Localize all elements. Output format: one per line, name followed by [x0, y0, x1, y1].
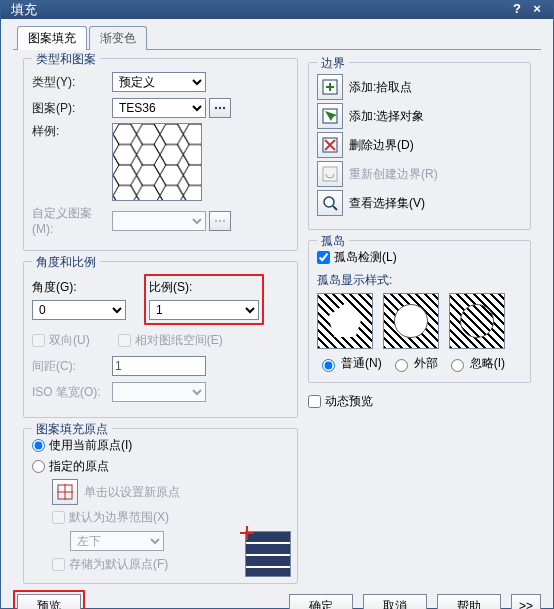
island-style-ignore-radio[interactable]: 忽略(I): [446, 355, 505, 372]
pattern-browse-button[interactable]: [209, 98, 231, 118]
crosshair-icon: [57, 484, 73, 500]
origin-marker-icon: [240, 526, 254, 540]
pattern-combo[interactable]: TES36: [112, 98, 206, 118]
tab-strip: 图案填充 渐变色: [1, 19, 553, 49]
add-select-object-label: 添加:选择对象: [349, 108, 522, 125]
dynamic-preview-checkbox[interactable]: 动态预览: [308, 393, 531, 410]
help-icon[interactable]: ?: [507, 1, 527, 19]
svg-point-1: [219, 107, 221, 109]
preview-highlight: 预览: [13, 590, 85, 609]
island-style-label: 孤岛显示样式:: [317, 272, 522, 289]
origin-preview-swatch: [245, 531, 291, 577]
group-boundary: 边界 添加:拾取点 添加:选择对象 删: [308, 62, 531, 230]
select-object-icon: [322, 108, 338, 124]
svg-point-6: [223, 219, 225, 221]
remove-boundary-icon: [322, 137, 338, 153]
group-angle-scale: 角度和比例 角度(G): 0 比例(S): 1: [23, 261, 298, 418]
legend-island: 孤岛: [317, 233, 349, 250]
ellipsis-icon: [214, 102, 226, 114]
scale-combo[interactable]: 1: [149, 300, 259, 320]
spacing-label: 间距(C):: [32, 358, 112, 375]
legend-boundary: 边界: [317, 55, 349, 72]
set-origin-button[interactable]: [52, 479, 78, 505]
island-style-thumbs: [317, 293, 522, 349]
group-type-pattern: 类型和图案 类型(Y): 预定义 图案(P): TES36: [23, 58, 298, 251]
pick-point-icon: [322, 79, 338, 95]
view-selection-button[interactable]: [317, 190, 343, 216]
dialog-body: 类型和图案 类型(Y): 预定义 图案(P): TES36: [13, 49, 541, 590]
legend-origin: 图案填充原点: [32, 421, 112, 438]
recreate-boundary-label: 重新创建边界(R): [349, 166, 522, 183]
island-thumb-normal[interactable]: [317, 293, 373, 349]
use-current-origin-radio[interactable]: 使用当前原点(I): [32, 437, 289, 454]
scale-label: 比例(S):: [149, 279, 259, 296]
add-pick-point-label: 添加:拾取点: [349, 79, 522, 96]
default-boundary-checkbox: 默认为边界范围(X): [52, 509, 289, 526]
legend-type-pattern: 类型和图案: [32, 51, 100, 68]
angle-label: 角度(G):: [32, 279, 126, 296]
relative-paper-checkbox: 相对图纸空间(E): [118, 332, 223, 349]
hex-pattern-icon: [113, 124, 201, 200]
preview-button[interactable]: 预览: [17, 594, 81, 609]
island-style-outer-radio[interactable]: 外部: [390, 355, 438, 372]
recreate-boundary-button: [317, 161, 343, 187]
pattern-swatch[interactable]: [112, 123, 202, 201]
custom-pattern-label: 自定义图案(M):: [32, 205, 112, 236]
island-style-normal-radio[interactable]: 普通(N): [317, 355, 382, 372]
svg-point-2: [223, 107, 225, 109]
angle-combo[interactable]: 0: [32, 300, 126, 320]
svg-point-12: [324, 197, 334, 207]
svg-rect-11: [323, 167, 337, 181]
left-column: 类型和图案 类型(Y): 预定义 图案(P): TES36: [23, 54, 298, 584]
remove-boundary-label: 删除边界(D): [349, 137, 522, 154]
island-thumb-ignore[interactable]: [449, 293, 505, 349]
titlebar: 填充 ? ×: [1, 1, 553, 19]
type-label: 类型(Y):: [32, 74, 112, 91]
custom-pattern-combo: [112, 211, 206, 231]
spacing-input: [112, 356, 206, 376]
remove-boundary-button[interactable]: [317, 132, 343, 158]
dialog-footer: 预览 确定 取消 帮助 >>: [1, 590, 553, 609]
recreate-boundary-icon: [322, 166, 338, 182]
click-set-origin-label: 单击以设置新原点: [84, 484, 180, 501]
svg-point-0: [215, 107, 217, 109]
expand-button[interactable]: >>: [511, 594, 541, 609]
close-icon[interactable]: ×: [527, 1, 547, 19]
origin-corner-combo: 左下: [70, 531, 164, 551]
magnifier-icon: [322, 195, 338, 211]
bidirectional-checkbox: 双向(U): [32, 332, 90, 349]
sample-label: 样例:: [32, 123, 112, 140]
svg-point-4: [215, 219, 217, 221]
island-detect-checkbox[interactable]: 孤岛检测(L): [317, 249, 522, 266]
svg-point-5: [219, 219, 221, 221]
group-hatch-origin: 图案填充原点 使用当前原点(I) 指定的原点 单击以设置新原点: [23, 428, 298, 584]
ok-button[interactable]: 确定: [289, 594, 353, 609]
add-pick-point-button[interactable]: [317, 74, 343, 100]
pattern-label: 图案(P):: [32, 100, 112, 117]
legend-angle-scale: 角度和比例: [32, 254, 100, 271]
ellipsis-icon: [214, 215, 226, 227]
specified-origin-radio[interactable]: 指定的原点: [32, 458, 289, 475]
hatch-dialog: 填充 ? × 图案填充 渐变色 类型和图案 类型(Y): 预定义 图案(P):: [0, 0, 554, 609]
svg-rect-3: [113, 124, 201, 200]
group-island: 孤岛 孤岛检测(L) 孤岛显示样式: 普通(N) 外部 忽略(I): [308, 240, 531, 383]
tab-pattern-fill[interactable]: 图案填充: [17, 26, 87, 50]
help-button[interactable]: 帮助: [437, 594, 501, 609]
dialog-title: 填充: [11, 1, 507, 19]
tab-gradient[interactable]: 渐变色: [89, 26, 147, 50]
scale-highlight: 比例(S): 1: [144, 274, 264, 325]
add-select-object-button[interactable]: [317, 103, 343, 129]
view-selection-label: 查看选择集(V): [349, 195, 522, 212]
type-combo[interactable]: 预定义: [112, 72, 206, 92]
cancel-button[interactable]: 取消: [363, 594, 427, 609]
custom-pattern-browse-button: [209, 211, 231, 231]
iso-label: ISO 笔宽(O):: [32, 384, 112, 401]
island-thumb-outer[interactable]: [383, 293, 439, 349]
right-column: 边界 添加:拾取点 添加:选择对象 删: [308, 54, 531, 584]
iso-combo: [112, 382, 206, 402]
